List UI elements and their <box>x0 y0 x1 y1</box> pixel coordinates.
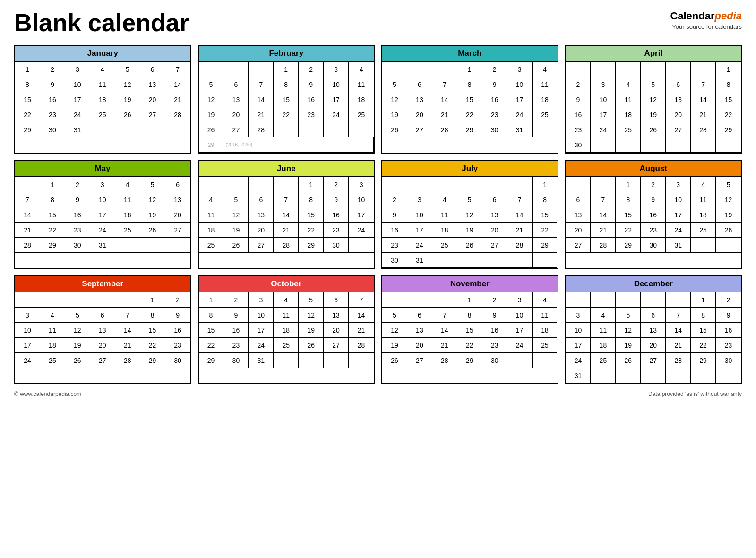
day-cell: 31 <box>566 368 591 383</box>
footer-right: Data provided 'as is' without warranty <box>648 391 742 397</box>
day-cell: 19 <box>382 338 407 353</box>
day-cell: 5 <box>641 77 666 92</box>
day-cell: 15 <box>274 92 299 107</box>
day-cell: 26 <box>382 122 407 137</box>
empty-cell <box>407 292 432 308</box>
day-cell: 26 <box>641 122 666 137</box>
day-cell: 29 <box>40 238 65 253</box>
day-cell: 30 <box>324 238 349 253</box>
day-cell: 11 <box>349 77 374 92</box>
day-cell: 16 <box>382 223 407 238</box>
day-cell: 12 <box>223 207 249 223</box>
day-cell: 29 <box>199 353 224 368</box>
day-cell: 28 <box>249 122 274 137</box>
day-cell: 6 <box>407 308 432 323</box>
empty-cell <box>616 368 641 383</box>
day-cell: 28 <box>349 338 374 353</box>
day-cell: 4 <box>533 62 558 77</box>
day-cell: 5 <box>115 62 140 77</box>
day-cell: 13 <box>90 323 115 338</box>
day-cell: 26 <box>223 238 249 253</box>
day-cell: 4 <box>115 177 140 192</box>
day-cell: 23 <box>324 223 349 238</box>
day-cell: 12 <box>716 192 741 207</box>
day-cell: 2 <box>324 177 349 192</box>
day-cell: 14 <box>666 323 691 338</box>
day-cell: 7 <box>691 77 716 92</box>
day-cell: 10 <box>407 207 432 223</box>
empty-cell <box>115 122 140 137</box>
day-cell: 31 <box>249 353 274 368</box>
day-cell: 10 <box>666 192 691 207</box>
day-cell: 4 <box>274 292 299 308</box>
month-block-may: May1234567891011121314151617181920212223… <box>14 160 191 269</box>
day-cell: 1 <box>15 62 40 77</box>
day-cell: 19 <box>140 207 165 223</box>
day-cell: 6 <box>482 192 507 207</box>
day-cell: 28 <box>432 122 457 137</box>
empty-cell <box>140 122 165 137</box>
day-cell: 1 <box>140 292 165 308</box>
empty-cell <box>507 353 533 368</box>
month-grid-january: 1234567891011121314151617181920212223242… <box>15 61 190 137</box>
day-cell: 6 <box>666 77 691 92</box>
day-cell: 18 <box>115 207 140 223</box>
empty-cell <box>591 62 616 77</box>
day-cell: 1 <box>199 292 224 308</box>
page-title: Blank calendar <box>14 9 189 36</box>
day-cell: 13 <box>140 77 165 92</box>
day-cell: 28 <box>432 353 457 368</box>
day-cell: 2 <box>716 292 741 308</box>
day-cell: 9 <box>482 77 507 92</box>
day-cell: 16 <box>324 207 349 223</box>
day-cell: 14 <box>349 308 374 323</box>
day-cell: 20 <box>90 338 115 353</box>
empty-cell <box>324 353 349 368</box>
day-cell: 24 <box>90 223 115 238</box>
day-cell: 10 <box>507 77 533 92</box>
empty-cell <box>115 238 140 253</box>
day-cell: 26 <box>457 238 482 253</box>
day-cell: 10 <box>90 192 115 207</box>
day-cell: 9 <box>641 192 666 207</box>
empty-cell <box>666 292 691 308</box>
empty-cell <box>349 122 374 137</box>
empty-cell <box>199 177 224 192</box>
day-cell: 29 <box>716 122 741 137</box>
empty-cell <box>115 292 140 308</box>
day-cell: 16 <box>641 207 666 223</box>
day-cell: 4 <box>591 308 616 323</box>
day-cell: 3 <box>15 308 40 323</box>
day-cell: 17 <box>566 338 591 353</box>
day-cell: 23 <box>299 107 324 122</box>
day-cell: 3 <box>591 77 616 92</box>
day-cell: 16 <box>716 323 741 338</box>
empty-cell <box>165 122 190 137</box>
day-cell: 28 <box>15 238 40 253</box>
day-cell: 21 <box>666 338 691 353</box>
empty-cell <box>507 253 533 268</box>
day-cell: 28 <box>691 122 716 137</box>
empty-cell <box>90 292 115 308</box>
day-cell: 23 <box>223 338 249 353</box>
day-cell: 5 <box>716 177 741 192</box>
day-cell: 7 <box>666 308 691 323</box>
day-cell: 6 <box>223 77 249 92</box>
day-cell: 21 <box>349 323 374 338</box>
empty-cell <box>407 177 432 192</box>
empty-cell <box>482 177 507 192</box>
day-cell: 10 <box>591 92 616 107</box>
day-cell: 7 <box>349 292 374 308</box>
day-cell: 12 <box>457 207 482 223</box>
day-cell: 10 <box>324 77 349 92</box>
empty-cell <box>457 253 482 268</box>
month-block-march: March12345678910111213141516171819202122… <box>381 45 558 154</box>
day-cell: 22 <box>299 223 324 238</box>
day-cell: 15 <box>691 323 716 338</box>
day-cell: 22 <box>716 107 741 122</box>
day-cell: 3 <box>249 292 274 308</box>
leap-day-cell: 29 <box>199 137 224 153</box>
month-grid-june: 1234567891011121314151617181920212223242… <box>199 176 374 253</box>
empty-cell <box>199 62 224 77</box>
empty-cell <box>641 292 666 308</box>
